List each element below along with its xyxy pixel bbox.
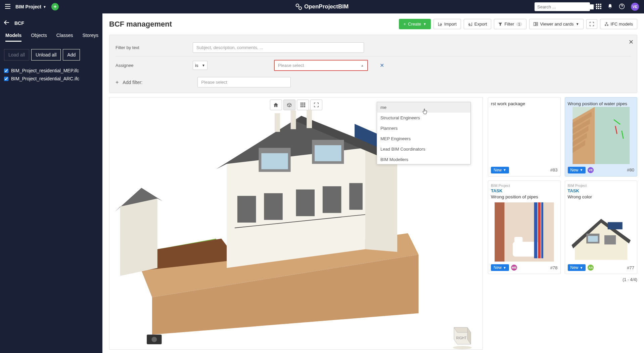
global-search[interactable] xyxy=(535,2,590,11)
perspective-button[interactable] xyxy=(283,100,295,110)
status-badge[interactable]: New ▼ xyxy=(568,264,586,271)
card-project: BIM Project xyxy=(568,184,635,188)
filter-text-label: Filter by text xyxy=(116,45,193,50)
view-mode-label: Viewer and cards xyxy=(540,22,573,27)
model-name[interactable]: BIM_Project_residential_MEP.ifc xyxy=(11,68,79,73)
svg-rect-43 xyxy=(291,111,296,129)
sidebar-tab-storeys[interactable]: Storeys xyxy=(83,33,98,42)
status-badge[interactable]: New ▼ xyxy=(568,167,586,173)
dropdown-option[interactable]: BIM Modellers xyxy=(377,154,470,164)
grid-view-button[interactable] xyxy=(297,100,309,110)
search-input[interactable] xyxy=(537,4,594,9)
hamburger-icon[interactable] xyxy=(5,4,10,10)
svg-rect-5 xyxy=(598,4,599,5)
svg-point-59 xyxy=(453,346,472,349)
status-badge[interactable]: New ▼ xyxy=(491,167,509,173)
help-icon[interactable] xyxy=(619,3,625,10)
svg-rect-27 xyxy=(302,106,304,108)
unload-all-button[interactable]: Unload all xyxy=(31,49,61,61)
project-name: BIM Project xyxy=(15,4,41,9)
fullscreen-button[interactable] xyxy=(586,19,597,29)
create-button[interactable]: + Create ▼ xyxy=(399,19,431,29)
chevron-up-icon: ▲ xyxy=(361,64,364,67)
work-package-card[interactable]: BIM ProjectTASKWrong colorNew ▼AA#77 xyxy=(565,181,638,274)
sidebar-tabs: ModelsObjectsClassesStoreys xyxy=(4,33,98,42)
filter-row-assignee: Assignee is ▼ Please select ▲ ✕ xyxy=(116,56,631,74)
model-item: BIM_Project_residential_MEP.ifc xyxy=(4,67,98,75)
work-package-card[interactable]: rst work packageNew ▼#83 xyxy=(488,97,561,176)
svg-rect-68 xyxy=(595,107,630,164)
card-id: #78 xyxy=(550,265,558,270)
svg-rect-10 xyxy=(596,8,597,9)
card-title: rst work package xyxy=(491,101,558,107)
close-icon[interactable]: ✕ xyxy=(629,38,634,46)
card-footer: New ▼#83 xyxy=(491,167,558,173)
add-filter-select[interactable] xyxy=(197,77,291,87)
project-selector[interactable]: BIM Project ▼ xyxy=(15,4,46,9)
svg-rect-47 xyxy=(296,190,315,216)
dropdown-option[interactable]: Planners xyxy=(377,123,470,133)
model-checkbox[interactable] xyxy=(4,69,8,73)
back-arrow-icon[interactable] xyxy=(4,20,9,26)
work-package-card[interactable]: BIM ProjectTASKWrong position of pipesNe… xyxy=(488,181,561,274)
svg-rect-25 xyxy=(304,104,305,106)
svg-rect-9 xyxy=(600,6,601,7)
ifc-models-button[interactable]: IFC models xyxy=(600,19,637,29)
home-view-button[interactable] xyxy=(270,100,282,110)
svg-rect-76 xyxy=(514,237,522,243)
dropdown-option[interactable]: MEP Engineers xyxy=(377,133,470,144)
main: BCF management + Create ▼ Import Export xyxy=(102,13,644,353)
svg-rect-83 xyxy=(607,222,622,230)
sidebar-header: BCF xyxy=(4,17,98,29)
svg-rect-7 xyxy=(596,6,597,7)
svg-rect-45 xyxy=(237,196,256,223)
brand-logo: OpenProjectBIM xyxy=(295,3,349,10)
card-thumbnail xyxy=(568,107,635,164)
svg-point-17 xyxy=(606,23,607,24)
svg-point-1 xyxy=(299,7,302,9)
svg-rect-28 xyxy=(304,106,305,108)
card-id: #80 xyxy=(627,167,634,172)
sidebar-tab-models[interactable]: Models xyxy=(5,33,21,42)
remove-filter-icon[interactable]: ✕ xyxy=(380,62,384,69)
assignee-select[interactable]: Please select ▲ xyxy=(274,60,368,71)
svg-rect-15 xyxy=(536,23,538,24)
cards-panel: rst work packageNew ▼#83Wrong position o… xyxy=(488,97,637,350)
user-avatar[interactable]: VE xyxy=(631,3,639,11)
filter-button[interactable]: Filter 1 xyxy=(494,19,526,29)
bell-icon[interactable] xyxy=(607,4,613,10)
model-name[interactable]: BIM_Project_residential_ARC.ifc xyxy=(11,76,79,81)
add-model-button[interactable]: Add xyxy=(63,49,80,61)
model-checkbox[interactable] xyxy=(4,77,8,81)
svg-rect-8 xyxy=(598,6,599,7)
view-cube[interactable]: RIGHT xyxy=(447,319,474,349)
svg-rect-46 xyxy=(264,193,283,220)
page-title: BCF management xyxy=(109,20,172,29)
export-button[interactable]: Export xyxy=(464,19,492,29)
view-mode-button[interactable]: Viewer and cards ▼ xyxy=(529,19,583,29)
add-project-button[interactable]: + xyxy=(51,3,59,10)
assignee-operator-select[interactable]: is ▼ xyxy=(193,61,208,70)
svg-rect-86 xyxy=(588,236,598,242)
sidebar-buttons: Load all Unload all Add xyxy=(4,49,98,61)
svg-rect-48 xyxy=(323,186,341,213)
apps-icon[interactable] xyxy=(596,4,601,10)
assignee-label: Assignee xyxy=(116,63,193,68)
sidebar-tab-classes[interactable]: Classes xyxy=(56,33,73,42)
svg-rect-39 xyxy=(261,153,288,169)
plus-icon: + xyxy=(116,79,119,85)
sidebar-tab-objects[interactable]: Objects xyxy=(31,33,47,42)
status-badge[interactable]: New ▼ xyxy=(491,264,509,271)
card-footer: New ▼VE#80 xyxy=(568,167,635,173)
svg-rect-77 xyxy=(534,202,538,258)
fit-view-button[interactable] xyxy=(310,100,322,110)
svg-rect-4 xyxy=(596,4,597,5)
card-title: Wrong position of water pipes xyxy=(568,101,635,107)
import-button[interactable]: Import xyxy=(433,19,461,29)
card-title: Wrong color xyxy=(568,194,635,200)
dropdown-option[interactable]: Lead BIM Coordinators xyxy=(377,144,470,154)
svg-marker-51 xyxy=(120,199,157,276)
work-package-card[interactable]: Wrong position of water pipesNew ▼VE#80 xyxy=(565,97,638,176)
filter-text-input[interactable] xyxy=(193,42,364,53)
filter-label: Filter xyxy=(504,22,514,27)
